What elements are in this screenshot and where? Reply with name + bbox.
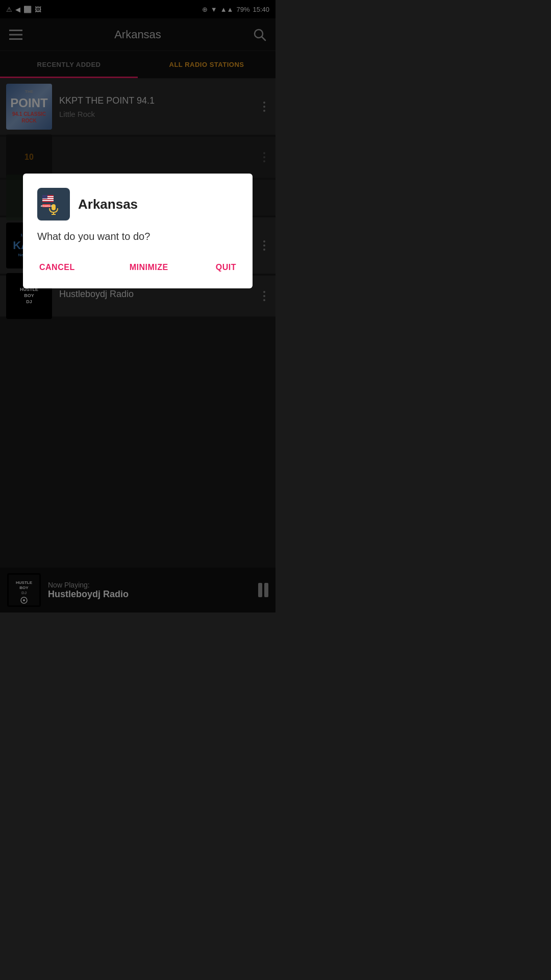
cancel-button[interactable]: CANCEL xyxy=(37,259,108,276)
minimize-button[interactable]: MINIMIZE xyxy=(114,259,184,276)
dialog-app-icon: ARKANSAS xyxy=(37,188,70,220)
dialog-header: ARKANSAS Arkansas xyxy=(37,188,238,220)
svg-rect-9 xyxy=(42,200,54,201)
dialog-overlay: ARKANSAS Arkansas What do you want to do… xyxy=(0,0,276,612)
dialog-app-name: Arkansas xyxy=(78,197,138,212)
dialog-buttons: CANCEL MINIMIZE QUIT xyxy=(37,259,238,276)
svg-rect-10 xyxy=(42,195,47,199)
svg-text:ARKANSAS: ARKANSAS xyxy=(41,205,53,207)
quit-button[interactable]: QUIT xyxy=(190,259,239,276)
exit-dialog: ARKANSAS Arkansas What do you want to do… xyxy=(23,174,253,288)
dialog-question: What do you want to do? xyxy=(37,231,238,242)
